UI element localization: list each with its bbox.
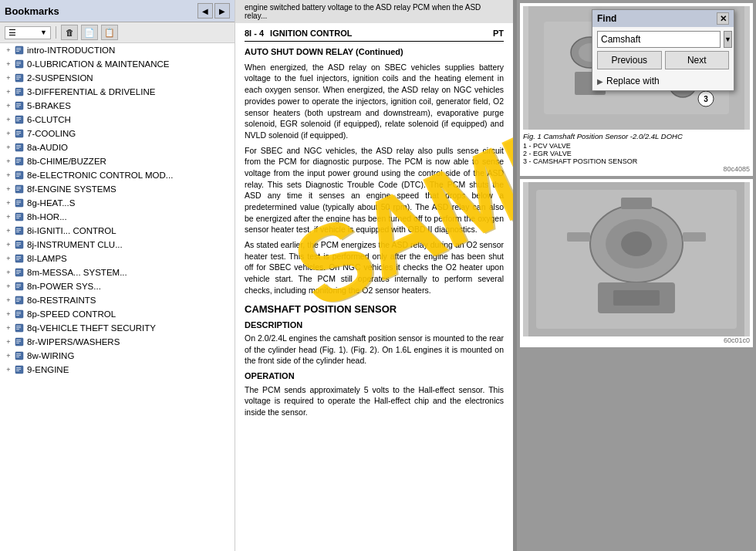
find-dropdown-button[interactable]: ▼: [724, 31, 732, 48]
sidebar-item-wiring[interactable]: + 8w-WIRING: [0, 349, 235, 363]
find-search-row: ▼: [592, 27, 734, 51]
find-next-button[interactable]: Next: [665, 51, 730, 69]
find-dialog-title: Find: [597, 13, 616, 24]
sidebar-item-differential[interactable]: + 3-DIFFERENTIAL & DRIVELINE: [0, 85, 235, 99]
svg-rect-90: [16, 355, 21, 356]
expand-icon-speed[interactable]: +: [3, 309, 14, 319]
find-search-input[interactable]: [597, 31, 721, 48]
sidebar-nav-prev-btn[interactable]: ◀: [197, 3, 213, 19]
find-previous-button[interactable]: Previous: [597, 51, 662, 69]
doc-main-content: 8I - 4 IGNITION CONTROL PT AUTO SHUT DOW…: [245, 28, 504, 418]
sidebar-item-message[interactable]: + 8m-MESSA... SYSTEM...: [0, 265, 235, 279]
expand-icon-hor[interactable]: +: [3, 211, 14, 222]
expand-icon-suspension[interactable]: +: [3, 73, 14, 83]
replace-expand-icon[interactable]: ▶: [597, 77, 603, 86]
expand-icon-ignition[interactable]: +: [3, 225, 14, 236]
bookmark-label-audio: 8a-AUDIO: [27, 143, 68, 152]
expand-icon-instrument[interactable]: +: [3, 239, 14, 250]
figure-1-legend: 1 - PCV VALVE 2 - EGR VALVE 3 - CAMSHAFT…: [523, 142, 750, 165]
expand-icon-clutch[interactable]: +: [3, 114, 14, 125]
svg-rect-7: [16, 65, 19, 66]
svg-rect-41: [16, 187, 21, 188]
svg-rect-81: [16, 326, 21, 326]
expand-icon-electronic[interactable]: +: [3, 170, 14, 181]
expand-icon-power[interactable]: +: [3, 281, 14, 292]
svg-rect-62: [16, 258, 21, 259]
expand-icon-differential[interactable]: +: [3, 86, 14, 97]
sidebar-content[interactable]: + intro-INTRODUCTION+ 0-LUBRICATION & MA…: [0, 43, 235, 551]
sidebar-item-lamps[interactable]: + 8l-LAMPS: [0, 252, 235, 265]
sidebar-item-wipers[interactable]: + 8r-WIPERS/WASHERS: [0, 335, 235, 349]
sidebar-item-intro[interactable]: + intro-INTRODUCTION: [0, 43, 235, 57]
sidebar-item-heat[interactable]: + 8g-HEAT...S: [0, 196, 235, 210]
expand-icon-lubrication[interactable]: +: [3, 59, 14, 69]
sidebar-delete-btn[interactable]: 🗑: [61, 25, 78, 40]
svg-rect-50: [16, 216, 21, 217]
svg-rect-49: [16, 215, 21, 215]
sidebar-item-chime[interactable]: + 8b-CHIME/BUZZER: [0, 154, 235, 168]
svg-rect-45: [16, 201, 21, 201]
bookmark-label-instrument: 8j-INSTRUMENT CLU...: [27, 240, 123, 249]
sidebar-item-engine9[interactable]: + 9-ENGINE: [0, 363, 235, 377]
book-icon-engine_sys: [14, 184, 25, 194]
expand-icon-theft[interactable]: +: [3, 323, 14, 333]
expand-icon-cooling[interactable]: +: [3, 128, 14, 139]
book-icon-speed: [14, 309, 25, 319]
svg-rect-51: [16, 218, 19, 218]
sidebar-item-hor[interactable]: + 8h-HOR...: [0, 210, 235, 224]
expand-icon-wipers[interactable]: +: [3, 336, 14, 347]
bookmark-label-electronic: 8e-ELECTRONIC CONTROL MOD...: [27, 171, 173, 180]
sidebar-item-clutch[interactable]: + 6-CLUTCH: [0, 113, 235, 127]
expand-icon-brakes[interactable]: +: [3, 100, 14, 111]
svg-rect-31: [16, 148, 19, 149]
expand-icon-engine_sys[interactable]: +: [3, 184, 14, 194]
bookmark-label-engine_sys: 8f-ENGINE SYSTEMS: [27, 184, 116, 194]
sidebar-item-speed[interactable]: + 8p-SPEED CONTROL: [0, 307, 235, 321]
svg-rect-37: [16, 173, 21, 174]
sidebar-item-audio[interactable]: + 8a-AUDIO: [0, 140, 235, 154]
svg-rect-93: [16, 367, 21, 368]
sidebar-properties-btn[interactable]: 📋: [101, 25, 118, 40]
sidebar-title: Bookmarks: [5, 5, 59, 17]
expand-icon-lamps[interactable]: +: [3, 253, 14, 264]
sidebar-item-restraints[interactable]: + 8o-RESTRAINTS: [0, 293, 235, 307]
svg-rect-47: [16, 204, 19, 205]
bookmark-label-heat: 8g-HEAT...S: [27, 198, 75, 208]
svg-rect-6: [16, 63, 21, 64]
expand-icon-wiring[interactable]: +: [3, 350, 14, 361]
expand-icon-chime[interactable]: +: [3, 156, 14, 167]
sidebar-new-btn[interactable]: 📄: [81, 25, 98, 40]
sidebar-item-power[interactable]: + 8n-POWER SYS...: [0, 279, 235, 293]
expand-icon-message[interactable]: +: [3, 267, 14, 278]
doc-brand: PT: [493, 28, 504, 39]
sidebar-item-theft[interactable]: + 8q-VEHICLE THEFT SECURITY: [0, 321, 235, 335]
svg-rect-57: [16, 242, 21, 243]
expand-icon-heat[interactable]: +: [3, 198, 14, 208]
find-close-button[interactable]: ✕: [717, 12, 729, 25]
find-buttons-row: Previous Next: [592, 51, 734, 73]
sidebar-item-instrument[interactable]: + 8j-INSTRUMENT CLU...: [0, 238, 235, 252]
sidebar-item-suspension[interactable]: + 2-SUSPENSION: [0, 71, 235, 85]
sidebar-view-arrow: ▼: [40, 29, 47, 36]
sidebar-item-brakes[interactable]: + 5-BRAKES: [0, 99, 235, 113]
expand-icon-intro[interactable]: +: [3, 45, 14, 56]
bookmark-label-message: 8m-MESSA... SYSTEM...: [27, 268, 127, 277]
sidebar-item-electronic[interactable]: + 8e-ELECTRONIC CONTROL MOD...: [0, 168, 235, 182]
find-dialog: Find ✕ ▼ Previous Next ▶ Replace with: [592, 9, 734, 91]
sidebar-item-cooling[interactable]: + 7-COOLING: [0, 127, 235, 140]
expand-icon-engine9[interactable]: +: [3, 364, 14, 375]
sidebar-item-engine_sys[interactable]: + 8f-ENGINE SYSTEMS: [0, 182, 235, 196]
bookmark-label-clutch: 6-CLUTCH: [27, 115, 71, 124]
expand-icon-restraints[interactable]: +: [3, 295, 14, 306]
svg-rect-35: [16, 162, 19, 163]
sidebar-view-dropdown[interactable]: ☰ ▼: [5, 26, 51, 39]
sidebar-item-lubrication[interactable]: + 0-LUBRICATION & MAINTENANCE: [0, 57, 235, 71]
sidebar-item-ignition[interactable]: + 8i-IGNITI... CONTROL: [0, 224, 235, 238]
expand-icon-audio[interactable]: +: [3, 142, 14, 153]
svg-rect-15: [16, 93, 19, 93]
svg-rect-29: [16, 145, 21, 146]
bookmark-label-engine9: 9-ENGINE: [27, 365, 69, 374]
sidebar: Bookmarks ◀ ▶ ☰ ▼ 🗑 📄 📋 + intro-INTRODUC…: [0, 0, 235, 551]
svg-point-115: [621, 232, 652, 256]
sidebar-nav-next-btn[interactable]: ▶: [214, 3, 230, 19]
